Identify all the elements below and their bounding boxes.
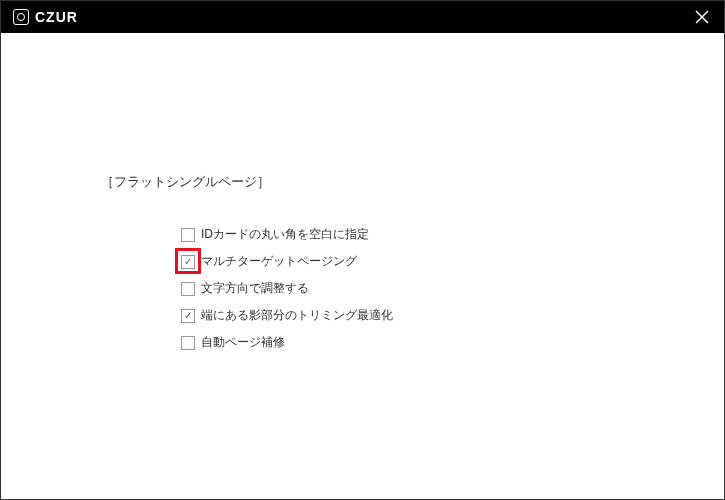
option-row: IDカードの丸い角を空白に指定: [181, 226, 724, 243]
checkbox-multi-target-paging[interactable]: [181, 255, 195, 269]
option-label: IDカードの丸い角を空白に指定: [201, 226, 369, 243]
brand-name: CZUR: [35, 9, 78, 25]
checkbox-text-direction-adjust[interactable]: [181, 282, 195, 296]
brand: CZUR: [13, 9, 78, 25]
close-button[interactable]: [692, 7, 712, 27]
dialog-content: ［フラットシングルページ］ IDカードの丸い角を空白に指定 マルチターゲットペー…: [1, 33, 724, 499]
option-label: 自動ページ補修: [201, 334, 285, 351]
option-row: マルチターゲットページング: [181, 253, 724, 270]
brand-icon: [13, 9, 29, 25]
titlebar: CZUR: [1, 1, 724, 33]
options-list: IDカードの丸い角を空白に指定 マルチターゲットページング 文字方向で調整する …: [101, 226, 724, 351]
checkbox-edge-shadow-trimming[interactable]: [181, 309, 195, 323]
option-row: 端にある影部分のトリミング最適化: [181, 307, 724, 324]
option-row: 文字方向で調整する: [181, 280, 724, 297]
option-label: 文字方向で調整する: [201, 280, 309, 297]
dialog-window: CZUR ［フラットシングルページ］ IDカードの丸い角を空白に指定 マルチター…: [0, 0, 725, 500]
close-icon: [695, 10, 709, 24]
section-title: ［フラットシングルページ］: [101, 173, 724, 191]
option-label: マルチターゲットページング: [201, 253, 357, 270]
option-label: 端にある影部分のトリミング最適化: [201, 307, 393, 324]
checkbox-auto-page-repair[interactable]: [181, 336, 195, 350]
checkbox-id-card-corners[interactable]: [181, 228, 195, 242]
option-row: 自動ページ補修: [181, 334, 724, 351]
